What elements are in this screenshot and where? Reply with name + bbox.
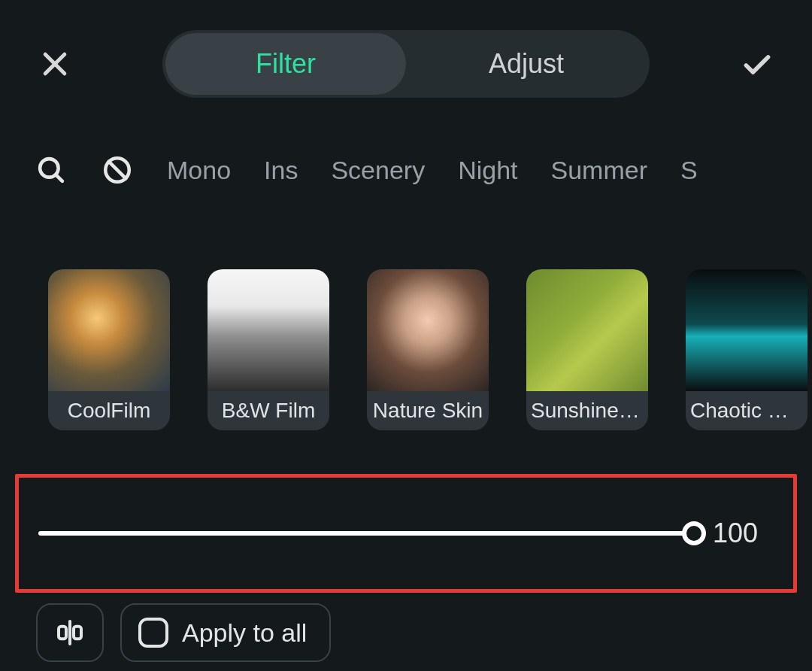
svg-rect-8 [74,627,81,639]
category-mono[interactable]: Mono [167,156,231,185]
filter-label: Chaotic Car. [686,391,807,430]
svg-line-5 [109,162,126,179]
category-more[interactable]: S [680,156,698,185]
tab-adjust[interactable]: Adjust [406,33,647,95]
filter-coolfilm[interactable]: CoolFilm [48,269,170,430]
filter-label: Sunshine S… [526,391,648,430]
filter-sunshine[interactable]: Sunshine S… [526,269,648,430]
confirm-icon[interactable] [738,45,776,83]
filter-chaotic-car[interactable]: Chaotic Car. [686,269,807,430]
filter-bw-film[interactable]: B&W Film [208,269,329,430]
apply-to-all-label: Apply to all [182,618,307,648]
no-filter-icon[interactable] [101,153,134,187]
filter-label: Nature Skin [367,391,489,430]
filter-thumbnail-row[interactable]: CoolFilm B&W Film Nature Skin Sunshine S… [0,187,812,430]
top-bar: Filter Adjust [0,0,812,98]
slider-thumb[interactable] [682,521,706,545]
slider-value: 100 [694,518,777,549]
filter-nature-skin[interactable]: Nature Skin [367,269,489,430]
category-scenery[interactable]: Scenery [331,156,425,185]
bottom-controls: Apply to all [0,593,812,662]
svg-rect-7 [59,627,66,639]
filter-thumb [48,269,170,391]
filter-label: CoolFilm [48,391,170,430]
mode-tab-group: Filter Adjust [162,30,650,98]
intensity-slider[interactable] [38,531,694,536]
filter-thumb [208,269,329,391]
category-summer[interactable]: Summer [551,156,647,185]
svg-line-3 [56,175,62,181]
close-icon[interactable] [36,45,74,83]
filter-thumb [686,269,807,391]
filter-category-row[interactable]: Mono Ins Scenery Night Summer S [0,98,812,187]
filter-label: B&W Film [208,391,329,430]
apply-to-all-button[interactable]: Apply to all [120,603,331,662]
category-night[interactable]: Night [458,156,517,185]
apply-to-all-checkbox[interactable] [138,618,168,648]
compare-button[interactable] [36,603,104,662]
tab-filter[interactable]: Filter [165,33,406,95]
intensity-slider-highlight: 100 [15,474,797,593]
filter-thumb [526,269,648,391]
search-icon[interactable] [35,153,68,187]
filter-thumb [367,269,489,391]
category-ins[interactable]: Ins [264,156,298,185]
